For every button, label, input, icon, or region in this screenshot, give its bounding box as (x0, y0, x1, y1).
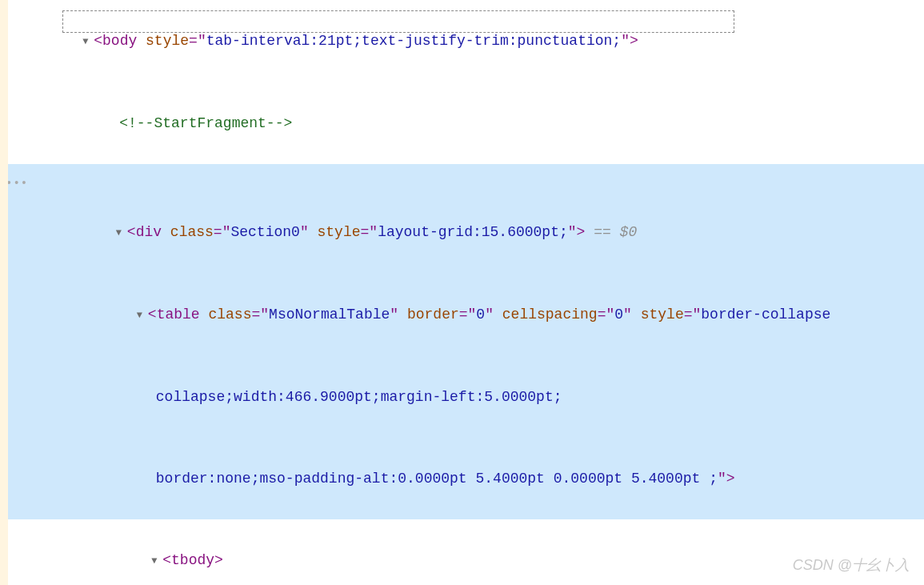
dom-node-tbody[interactable]: <tbody> (8, 519, 924, 585)
attr-name: class (208, 307, 251, 323)
angle-close: > (630, 33, 638, 49)
attr-name: class (170, 224, 214, 240)
dom-node-table[interactable]: <table class="MsoNormalTable" border="0"… (8, 274, 924, 356)
attr-value: tab-interval:21pt;text-justify-trim:punc… (206, 33, 621, 49)
dom-node-table-cont2[interactable]: border:none;mso-padding-alt:0.0000pt 5.4… (8, 438, 924, 519)
expand-toggle-icon[interactable] (137, 302, 148, 329)
expand-toggle-icon[interactable] (151, 547, 162, 575)
attr-value: 0 (614, 307, 623, 323)
comment-text: <!--StartFragment--> (119, 115, 292, 131)
attr-value: layout-grid:15.6000pt; (378, 224, 568, 240)
attr-name: cellspacing (502, 307, 598, 323)
attr-value: Section0 (230, 224, 299, 240)
selected-marker: == $0 (594, 224, 637, 240)
kebab-menu-icon[interactable]: ••• (6, 170, 28, 197)
attr-value: 0 (476, 307, 485, 323)
dom-node-body[interactable]: <body style="tab-interval:21pt;text-just… (8, 0, 924, 82)
tag-name: table (157, 307, 200, 323)
dom-node-comment[interactable]: <!--StartFragment--> (8, 82, 924, 164)
expand-toggle-icon[interactable] (116, 219, 127, 246)
tag-name: tbody (171, 552, 214, 568)
attr-name: style (146, 33, 189, 49)
attr-value: collapse;width:466.9000pt;margin-left:5.… (156, 389, 562, 405)
attr-value: border:none;mso-padding-alt:0.0000pt 5.4… (156, 471, 718, 487)
angle-open: < (94, 33, 102, 49)
attr-value: border-collapse (701, 307, 830, 323)
dom-node-div-selected[interactable]: ••• <div class="Section0" style="layout-… (8, 164, 924, 519)
attr-name: style (318, 224, 361, 240)
tag-name: body (102, 33, 137, 49)
dom-node-table-cont1[interactable]: collapse;width:466.9000pt;margin-left:5.… (8, 356, 924, 438)
tag-name: div (136, 224, 162, 240)
attr-name: border (407, 307, 459, 323)
dom-tree-panel: <body style="tab-interval:21pt;text-just… (0, 0, 924, 585)
attr-value: MsoNormalTable (269, 307, 390, 323)
expand-toggle-icon[interactable] (82, 28, 94, 55)
attr-name: style (641, 307, 684, 323)
